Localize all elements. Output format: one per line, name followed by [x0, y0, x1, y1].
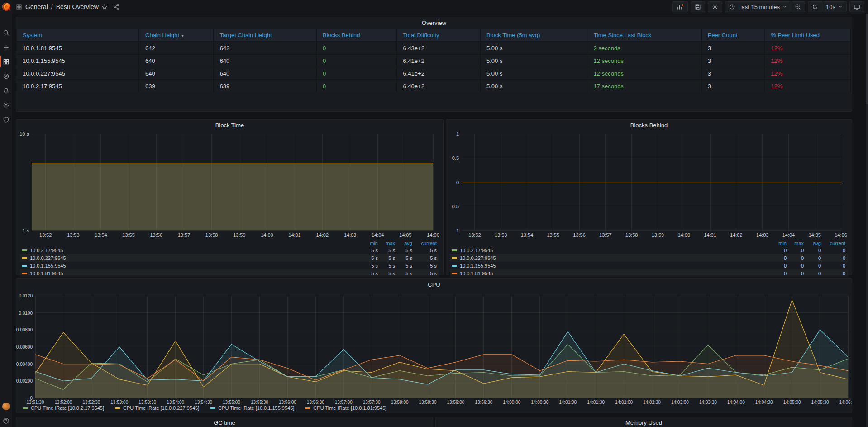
- x-axis-tick-label: 14:02: [730, 232, 743, 238]
- column-header-system[interactable]: System: [17, 29, 139, 42]
- scrollbar-thumb[interactable]: [866, 14, 868, 104]
- kiosk-mode-button[interactable]: [849, 1, 864, 12]
- help-button[interactable]: [3, 417, 10, 424]
- create-icon: [3, 44, 10, 51]
- legend-row: 10.0.1.155:95455 s5 s5 s5 s: [20, 262, 439, 269]
- column-header-chain-height[interactable]: Chain Height▾: [139, 29, 214, 42]
- search-icon: [3, 29, 10, 36]
- x-axis-tick-label: 14:05: [808, 232, 821, 238]
- column-header-total-difficulty[interactable]: Total Difficulty: [397, 29, 480, 42]
- y-axis-tick-label: 0.00600: [16, 345, 33, 350]
- star-dashboard-button[interactable]: [99, 1, 110, 12]
- sidebar-item-dashboards[interactable]: [0, 54, 12, 69]
- x-axis-tick-label: 13:52:00: [54, 400, 72, 405]
- series-color-swatch: [305, 407, 310, 409]
- legend-item[interactable]: CPU Time IRate [10.0.1.81:9545]: [303, 405, 386, 411]
- x-axis-tick-label: 13:59:00: [447, 400, 464, 405]
- x-axis-tick-label: 14:04:00: [727, 400, 745, 405]
- user-avatar[interactable]: [2, 403, 10, 410]
- save-dashboard-button[interactable]: [691, 1, 705, 12]
- sidebar-item-configuration[interactable]: [0, 98, 12, 112]
- refresh-button[interactable]: [808, 1, 822, 12]
- legend-stat-header[interactable]: max: [789, 240, 806, 246]
- zoom-out-time-button[interactable]: [791, 1, 805, 12]
- legend-item[interactable]: CPU Time IRate [10.0.0.227:9545]: [113, 405, 199, 411]
- legend-stat-value: 5 s: [363, 255, 381, 261]
- x-axis-tick-label: 13:54: [521, 232, 534, 238]
- legend-series-name[interactable]: 10.0.0.227:9545: [30, 255, 363, 261]
- table-cell: 0: [316, 54, 397, 67]
- sidebar-item-alerting[interactable]: [0, 83, 12, 98]
- legend-series-name[interactable]: 10.0.0.227:9545: [460, 255, 772, 261]
- panel-title-memory-used[interactable]: Memory Used: [436, 419, 852, 426]
- series-color-swatch: [452, 265, 457, 267]
- refresh-interval-picker[interactable]: 10s: [822, 1, 847, 12]
- sidebar-item-search[interactable]: [0, 25, 12, 40]
- legend-stat-header[interactable]: min: [363, 240, 381, 246]
- alerting-icon: [3, 87, 10, 94]
- legend-stat-header[interactable]: current: [415, 240, 439, 246]
- legend-stat-header[interactable]: current: [824, 240, 848, 246]
- grafana-logo[interactable]: [0, 0, 12, 14]
- x-axis-tick-label: 13:55:30: [251, 400, 268, 405]
- legend-stat-header[interactable]: avg: [806, 240, 824, 246]
- cpu-chart[interactable]: 0.01200.01000.008000.006000.004000.00200…: [16, 279, 852, 405]
- legend-stat-value: 5 s: [415, 263, 439, 269]
- column-header-peer-count[interactable]: Peer Count: [701, 29, 765, 42]
- table-cell: 0: [316, 42, 397, 54]
- panel-title-overview[interactable]: Overview: [16, 19, 852, 26]
- table-cell: 6.43e+2: [397, 42, 480, 54]
- y-axis-tick-label: 0.00800: [16, 327, 33, 332]
- x-axis-tick-label: 13:54:00: [167, 400, 184, 405]
- dashboard-settings-button[interactable]: [708, 1, 722, 12]
- legend-stat-value: 0: [789, 248, 806, 253]
- x-axis-tick-label: 13:51:30: [27, 400, 44, 405]
- x-axis-tick-label: 13:59: [652, 232, 664, 238]
- legend-series-name[interactable]: 10.0.2.17:9545: [30, 248, 363, 253]
- column-header-target-chain-height[interactable]: Target Chain Height: [214, 29, 316, 42]
- table-cell: 0: [316, 80, 397, 92]
- column-header--peer-limit-used[interactable]: % Peer Limit Used: [764, 29, 851, 42]
- legend-stat-header[interactable]: avg: [398, 240, 415, 246]
- scrollbar[interactable]: [866, 14, 868, 427]
- blocks-behind-chart[interactable]: 10.50-0.5-113:5213:5313:5413:5513:5613:5…: [446, 120, 852, 241]
- table-cell: 10.0.1.81:9545: [17, 42, 139, 54]
- column-header-block-time-5m-avg-[interactable]: Block Time (5m avg): [480, 29, 587, 42]
- help-icon: [3, 417, 10, 424]
- legend-series-name[interactable]: 10.0.1.81:9545: [460, 271, 772, 276]
- add-panel-button[interactable]: [672, 1, 688, 12]
- dashboards-icon: [3, 58, 10, 65]
- table-cell: 5.00 s: [480, 67, 587, 80]
- column-header-blocks-behind[interactable]: Blocks Behind: [316, 29, 397, 42]
- x-axis-tick-label: 13:58: [205, 232, 218, 238]
- sidebar-item-explore[interactable]: [0, 69, 12, 83]
- share-dashboard-button[interactable]: [110, 1, 122, 12]
- table-row: 10.0.1.155:954564064006.41e+25.00 s12 se…: [17, 54, 851, 67]
- panel-title-gc-time[interactable]: GC time: [16, 419, 433, 426]
- sidebar-item-create[interactable]: [0, 40, 12, 54]
- overview-table: SystemChain Height▾Target Chain HeightBl…: [17, 29, 851, 92]
- column-header-time-since-last-block[interactable]: Time Since Last Block: [587, 29, 701, 42]
- legend-stat-value: 5 s: [398, 248, 415, 253]
- breadcrumb[interactable]: General / Besu Overview: [16, 3, 99, 10]
- series-color-swatch: [22, 249, 27, 251]
- block-time-chart[interactable]: 10 s1 s13:5213:5313:5413:5513:5613:5713:…: [16, 120, 443, 241]
- legend-series-name[interactable]: 10.0.1.81:9545: [30, 271, 363, 276]
- legend-series-name[interactable]: 10.0.1.155:9545: [30, 263, 363, 269]
- y-axis-tick-label: 0.0100: [19, 311, 33, 316]
- legend-stat-value: 0: [824, 255, 848, 261]
- x-axis-tick-label: 13:56:30: [307, 400, 324, 405]
- x-axis-tick-label: 13:53: [495, 232, 507, 238]
- legend-item[interactable]: CPU Time IRate [10.0.1.155:9545]: [208, 405, 294, 411]
- sidebar-item-server-admin[interactable]: [0, 112, 12, 127]
- legend-series-name[interactable]: 10.0.2.17:9545: [460, 248, 772, 253]
- tv-icon: [854, 4, 860, 10]
- legend-stat-header[interactable]: max: [381, 240, 398, 246]
- breadcrumb-folder[interactable]: General: [25, 3, 48, 10]
- legend-item[interactable]: CPU Time IRate [10.0.2.17:9545]: [21, 405, 104, 411]
- table-cell: 5.00 s: [480, 54, 587, 67]
- time-range-picker[interactable]: Last 15 minutes: [725, 1, 791, 12]
- legend-series-name[interactable]: 10.0.1.155:9545: [460, 263, 772, 269]
- legend-stat-header[interactable]: min: [772, 240, 789, 246]
- series-color-swatch: [210, 407, 215, 409]
